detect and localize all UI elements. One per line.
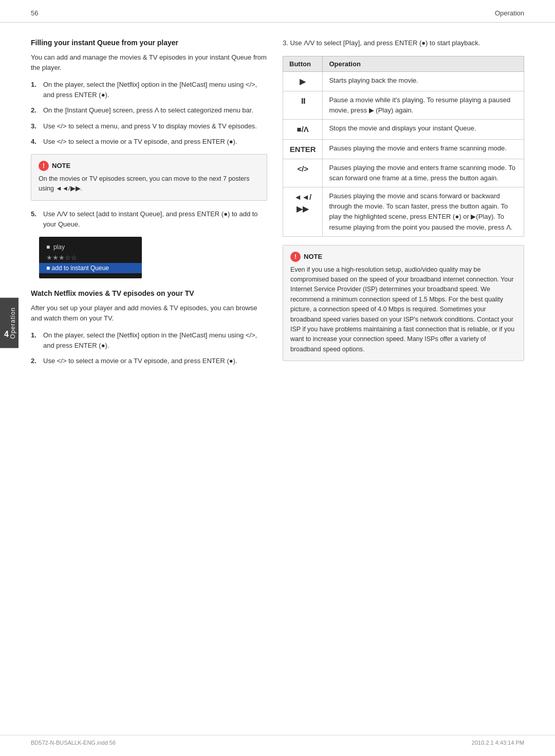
section1-steps: 1. On the player, select the [Netflix] o… (31, 80, 267, 147)
menu-add-queue-label: ■ add to instant Queue (46, 264, 109, 272)
table-cell-button-0: ▶ (283, 71, 323, 91)
section1-step5-wrapper: 5. Use Λ/V to select [add to instant Que… (31, 209, 267, 230)
step5-text: Use Λ/V to select [add to instant Queue]… (43, 209, 267, 230)
section2-step-2: 2. Use </> to select a movie or a TV epi… (31, 356, 267, 366)
main-content: Filling your instant Queue from your pla… (0, 23, 555, 389)
page: 56 Operation 4 Operation Filling your in… (0, 0, 555, 756)
note-icon-1: ! (39, 161, 49, 171)
note-body-1: On the movies or TV episodes screen, you… (39, 174, 260, 194)
table-row: ENTERPauses playing the movie and enters… (283, 139, 524, 159)
star-rating: ★★★☆☆ (46, 254, 77, 261)
button-operation-table: Button Operation ▶Starts playing back th… (283, 56, 524, 237)
section-watch-netflix: Watch Netflix movies & TV episodes on yo… (31, 289, 267, 367)
note-title-2: ! NOTE (290, 252, 516, 262)
side-tab-number: 4 (4, 330, 9, 339)
note-box-1: ! NOTE On the movies or TV episodes scre… (31, 154, 267, 201)
step1-text: On the player, select the [Netflix] opti… (43, 80, 267, 100)
section2-steps: 1. On the player, select the [Netflix] o… (31, 330, 267, 366)
note-label-1: NOTE (52, 162, 70, 169)
table-cell-button-1: ⏸ (283, 91, 323, 120)
page-section-title: Operation (495, 9, 524, 17)
step2-text: On the [Instant Queue] screen, press Λ t… (43, 105, 253, 116)
table-cell-button-2: ■/Λ (283, 120, 323, 139)
table-cell-operation-3: Pauses playing the movie and enters fram… (323, 139, 524, 159)
table-row: </>Pauses playing the movie and enters f… (283, 159, 524, 187)
footer-left: BD572-N-BUSALLK-ENG.indd 56 (31, 740, 116, 746)
table-cell-button-5: ◄◄/▶▶ (283, 187, 323, 237)
step-1: 1. On the player, select the [Netflix] o… (31, 80, 267, 100)
note-title-1: ! NOTE (39, 161, 260, 171)
menu-item-stars: ★★★☆☆ (46, 252, 135, 263)
right-step3-text: 3. Use Λ/V to select [Play], and press E… (283, 38, 524, 49)
step3-text: Use </> to select a menu, and press V to… (43, 121, 257, 131)
page-header: 56 Operation (0, 0, 555, 23)
table-cell-operation-2: Stops the movie and displays your instan… (323, 120, 524, 139)
footer-right: 2010.2.1 4:43:14 PM (472, 740, 524, 746)
menu-play-label: ■ play (46, 243, 65, 251)
menu-item-play: ■ play (46, 242, 135, 252)
menu-screenshot: ■ play ★★★☆☆ ■ add to instant Queue (39, 237, 142, 278)
page-number: 56 (31, 9, 38, 17)
table-cell-operation-1: Pause a movie while it's playing. To res… (323, 91, 524, 120)
step-2: 2. On the [Instant Queue] screen, press … (31, 105, 267, 116)
table-cell-operation-4: Pauses playing the movie and enters fram… (323, 159, 524, 187)
table-header-button: Button (283, 56, 323, 71)
section2-body: After you set up your player and add mov… (31, 303, 267, 325)
right-column: 3. Use Λ/V to select [Play], and press E… (283, 38, 524, 374)
section1-heading: Filling your instant Queue from your pla… (31, 38, 267, 48)
step2-num: 2. (31, 105, 40, 116)
step3-num: 3. (31, 121, 40, 131)
step4-num: 4. (31, 137, 40, 147)
s2-step1-text: On the player, select the [Netflix] opti… (43, 330, 267, 351)
table-row: ◄◄/▶▶Pauses playing the movie and scans … (283, 187, 524, 237)
note-body-2: Even if you use a high-resolution setup,… (290, 265, 516, 354)
step-3: 3. Use </> to select a menu, and press V… (31, 121, 267, 131)
note-label-2: NOTE (304, 253, 322, 260)
step1-num: 1. (31, 80, 40, 100)
menu-item-add-queue: ■ add to instant Queue (39, 263, 142, 273)
table-cell-button-4: </> (283, 159, 323, 187)
table-cell-operation-0: Starts playing back the movie. (323, 71, 524, 91)
note-box-2: ! NOTE Even if you use a high-resolution… (283, 245, 524, 361)
table-cell-operation-5: Pauses playing the movie and scans forwa… (323, 187, 524, 237)
side-tab-label: Operation (9, 307, 16, 339)
step5-num: 5. (31, 209, 40, 230)
table-row: ■/ΛStops the movie and displays your ins… (283, 120, 524, 139)
step-5: 5. Use Λ/V to select [add to instant Que… (31, 209, 267, 230)
note-icon-2: ! (290, 252, 301, 262)
table-row: ⏸Pause a movie while it's playing. To re… (283, 91, 524, 120)
table-row: ▶Starts playing back the movie. (283, 71, 524, 91)
page-footer: BD572-N-BUSALLK-ENG.indd 56 2010.2.1 4:4… (0, 735, 555, 746)
section2-heading: Watch Netflix movies & TV episodes on yo… (31, 289, 267, 299)
step4-text: Use </> to select a movie or a TV episod… (43, 137, 237, 147)
s2-step1-num: 1. (31, 330, 40, 351)
step-4: 4. Use </> to select a movie or a TV epi… (31, 137, 267, 147)
table-cell-button-3: ENTER (283, 139, 323, 159)
s2-step2-num: 2. (31, 356, 40, 366)
table-header-operation: Operation (323, 56, 524, 71)
section2-step-1: 1. On the player, select the [Netflix] o… (31, 330, 267, 351)
side-tab: 4 Operation (0, 298, 18, 348)
left-column: Filling your instant Queue from your pla… (31, 38, 267, 374)
section1-body: You can add and manage the movies & TV e… (31, 52, 267, 74)
section-filling-queue: Filling your instant Queue from your pla… (31, 38, 267, 278)
s2-step2-text: Use </> to select a movie or a TV episod… (43, 356, 237, 366)
